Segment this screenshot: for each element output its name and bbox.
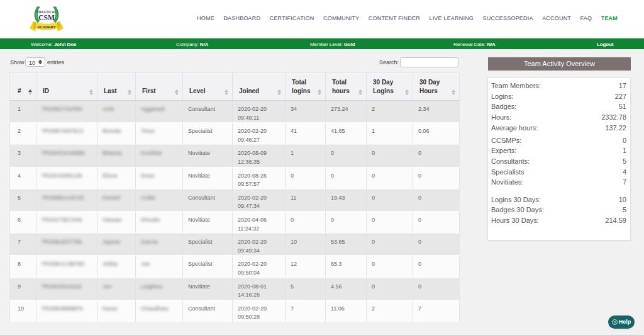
svg-text:CSM: CSM [38, 14, 55, 21]
svg-text:ACADEMY: ACADEMY [36, 25, 55, 29]
